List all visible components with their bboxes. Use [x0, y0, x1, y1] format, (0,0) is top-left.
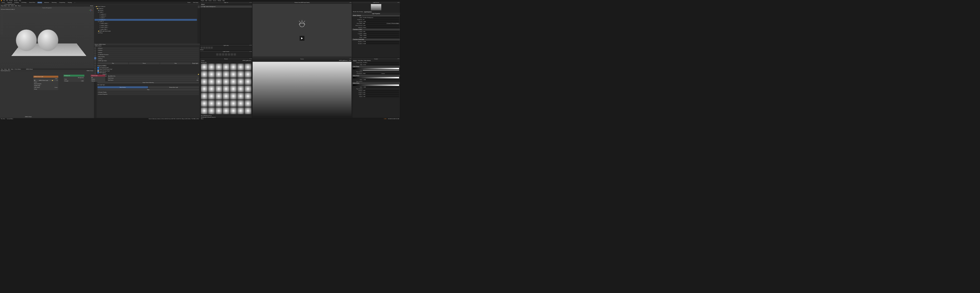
menu-add[interactable]: Add	[15, 5, 17, 6]
menu-help[interactable]: Help	[19, 0, 21, 1]
interp[interactable]: RGB	[363, 73, 380, 74]
color-ramp[interactable]: Color Ramp	[352, 66, 400, 67]
play-button[interactable]	[300, 36, 304, 41]
blend-select[interactable]: Add	[363, 23, 386, 24]
master-tab[interactable]: Master	[353, 60, 357, 61]
hls-menu-edit[interactable]: Edit	[205, 0, 207, 1]
ctrl-btn[interactable]	[231, 53, 233, 56]
tool-annotate[interactable]	[0, 29, 3, 32]
ctrl-btn[interactable]	[234, 53, 236, 56]
tool-transform[interactable]	[0, 26, 3, 28]
look-btn[interactable]	[206, 46, 208, 48]
tab-data-icon[interactable]	[94, 72, 96, 74]
tab-rendering[interactable]: Rendering	[51, 2, 57, 3]
tab-texpaint[interactable]: Texture Paint	[29, 2, 35, 3]
export-geo-button[interactable]: Export Scene Geometry	[97, 82, 199, 83]
end-frame[interactable]: End Frame 250	[107, 79, 199, 81]
preset[interactable]	[201, 107, 208, 114]
vb-tab[interactable]: Value Blend	[358, 60, 363, 61]
menu-object[interactable]: Object	[18, 5, 21, 6]
master-settings[interactable]: Master Settings	[352, 15, 400, 17]
preset[interactable]	[215, 64, 222, 70]
hls-menu-window[interactable]: Window	[218, 0, 221, 1]
menu-render[interactable]: Render	[9, 0, 13, 1]
color-ramp-widget[interactable]	[353, 68, 399, 69]
menu-file[interactable]: File	[3, 0, 5, 1]
mode-select[interactable]: Object Mode	[1, 5, 6, 6]
tab-layout[interactable]: Layout	[1, 2, 5, 3]
node-canvas[interactable]: HDRLS Dome Light Color 🖼HDRLS Dome Light…	[0, 72, 94, 118]
menu-edit[interactable]: Edit	[6, 0, 8, 1]
tab-shading[interactable]: Shading	[38, 2, 42, 3]
type-select[interactable]: Linear	[363, 64, 399, 65]
preset[interactable]	[208, 71, 215, 78]
teapot-2[interactable]	[38, 29, 58, 51]
menu-view[interactable]: View	[8, 5, 10, 6]
palpha-check[interactable]: ☐ Preserve Alpha	[391, 23, 399, 24]
ctrl-btn[interactable]	[219, 53, 221, 56]
3d-viewport[interactable]: Camera Perspective (0) Scene Collection …	[0, 6, 94, 68]
preset[interactable]	[245, 107, 251, 114]
preset[interactable]	[230, 93, 237, 100]
color-swatch[interactable]	[363, 70, 399, 70]
nav-gizmo[interactable]	[89, 8, 93, 11]
help-button[interactable]: Help	[97, 89, 199, 91]
name-input[interactable]: Gradient Background	[363, 17, 399, 18]
alpha-input[interactable]: 1.000	[363, 86, 399, 88]
tab-modeling[interactable]: Modeling	[7, 2, 12, 3]
scene-selector[interactable]: Scene	[187, 2, 191, 3]
alpha-ramp-widget[interactable]	[353, 84, 399, 86]
preset[interactable]	[237, 100, 244, 107]
sec-preview[interactable]: ▸ Preview	[97, 47, 199, 50]
lights-dropdown[interactable]: ▾ Lights	[201, 60, 205, 61]
preset[interactable]	[237, 71, 244, 78]
hls-menu-create[interactable]: Create	[208, 0, 212, 1]
render-canvas[interactable]	[253, 4, 352, 56]
tool-select[interactable]	[0, 10, 3, 13]
preset[interactable]	[245, 78, 251, 85]
default-row[interactable]: Default	[200, 3, 252, 5]
alpha-ramp[interactable]: Alpha Ramp	[352, 82, 400, 84]
stop-button[interactable]: Stop	[160, 62, 191, 64]
preset[interactable]	[223, 64, 229, 70]
world-dropdown[interactable]: HDRLS World	[95, 45, 102, 46]
preset[interactable]	[230, 100, 237, 107]
world-select[interactable]: HDRLS World	[26, 69, 33, 70]
hls-menu-project[interactable]: Project	[201, 0, 204, 1]
world-name[interactable]: HDRLS World	[86, 70, 93, 71]
sec-settings[interactable]: ▸ Settings	[97, 58, 199, 60]
brightness-input[interactable]: 30	[363, 19, 399, 20]
purge-button[interactable]: Purge Lights	[191, 62, 199, 64]
ext-input[interactable]: 1.00	[363, 96, 399, 98]
tool-rotate[interactable]	[0, 19, 3, 22]
tab-particle-icon[interactable]	[94, 65, 96, 67]
hu-input[interactable]: 0.500	[363, 41, 399, 42]
preset[interactable]	[237, 85, 244, 92]
am-tab[interactable]: Alpha Multiply	[364, 60, 371, 61]
tool-scale[interactable]	[0, 22, 3, 25]
node-view[interactable]: View	[1, 69, 3, 70]
scene-collection[interactable]: ▸ 📁 Scene Collection	[95, 6, 197, 7]
rot-input[interactable]: 0.00	[363, 90, 399, 91]
tab-constraint-icon[interactable]	[94, 70, 96, 72]
cs-select[interactable]: sRGB (rgbMonitor)	[242, 60, 251, 61]
canvas-body[interactable]	[253, 62, 352, 118]
map-select[interactable]: Planar	[363, 27, 399, 28]
preset[interactable]	[208, 100, 215, 107]
tab-modifier-icon[interactable]	[94, 62, 96, 64]
menu-select[interactable]: Select	[11, 5, 14, 6]
filter-icon[interactable]	[198, 6, 200, 8]
tab-physics-icon[interactable]	[94, 67, 96, 69]
lat-input[interactable]: 0.00	[363, 31, 399, 32]
sec-volume[interactable]: ▸ Volume	[97, 51, 199, 53]
look-btn[interactable]	[210, 46, 213, 48]
close-icon[interactable]: ↗ ✕	[349, 2, 352, 3]
tab-object-icon[interactable]	[94, 59, 96, 62]
preset[interactable]	[215, 71, 222, 78]
close-icon[interactable]: ↗ ✕	[249, 2, 251, 3]
width-input[interactable]: 100.00	[363, 35, 399, 36]
look-btn[interactable]	[200, 46, 203, 48]
tab-uv[interactable]: UV Editing	[21, 2, 27, 3]
preset[interactable]	[230, 71, 237, 78]
tab-anim[interactable]: Animation	[44, 2, 49, 3]
